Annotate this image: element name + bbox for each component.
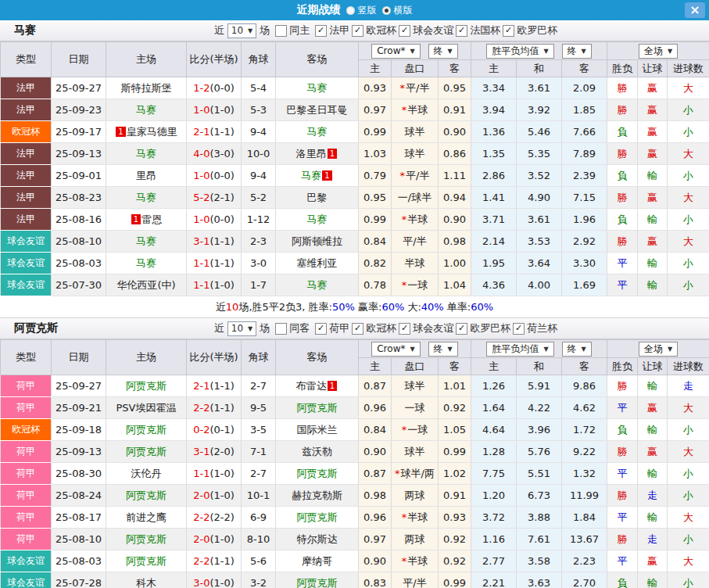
chevron-down-icon: ▼ xyxy=(582,346,586,353)
home-odds-cell: 0.95 xyxy=(359,187,392,209)
league-filter[interactable]: ✓欧罗巴杯 xyxy=(503,23,557,38)
league-checkbox[interactable]: ✓ xyxy=(456,25,467,37)
away-odds-cell: 0.91 xyxy=(439,99,471,121)
home-team-cell: 阿贾克斯 xyxy=(106,529,187,550)
col-handicap-result: 让球 xyxy=(638,358,668,375)
league-filter[interactable]: ✓欧冠杯 xyxy=(352,321,396,335)
league-cell: 荷甲 xyxy=(1,485,52,507)
odds-final-select[interactable]: 终▼ xyxy=(428,342,458,357)
league-checkbox[interactable]: ✓ xyxy=(456,323,467,335)
home-team-cell: 马赛 xyxy=(106,187,187,209)
league-checkbox[interactable]: ✓ xyxy=(399,323,410,335)
red-card-badge: 1 xyxy=(116,127,125,137)
league-filter[interactable]: ✓欧冠杯 xyxy=(352,23,396,38)
league-cell: 球会友谊 xyxy=(1,274,52,296)
avg-home-cell: 1.26 xyxy=(471,375,517,397)
score-cell: 5-2(2-1) xyxy=(187,187,242,209)
games-count-select[interactable]: 10▼ xyxy=(227,321,256,336)
same-venue-filter[interactable]: 同客 xyxy=(275,321,310,335)
team-label: 阿贾克斯 xyxy=(126,424,167,436)
crow-odds-select[interactable]: Crow*▼ xyxy=(371,44,420,59)
result-cell: 平 xyxy=(607,507,638,529)
fullmatch-select[interactable]: 全场▼ xyxy=(639,44,678,59)
score-cell: 1-0(0-0) xyxy=(187,165,242,187)
match-table-body: 法甲25-09-27斯特拉斯堡1-2(0-0)5-4马赛0.93*平/半0.95… xyxy=(1,77,709,296)
league-checkbox[interactable]: ✓ xyxy=(503,25,514,37)
handicap-result-cell: 走 xyxy=(638,529,668,550)
radio-icon-horizontal[interactable] xyxy=(382,6,391,15)
summary-segment: 10 xyxy=(226,301,239,313)
avg-final-select[interactable]: 终▼ xyxy=(562,44,592,59)
score-cell: 2-2(2-2) xyxy=(187,507,242,529)
league-checkbox[interactable]: ✓ xyxy=(352,25,363,37)
match-row: 荷甲25-08-17前进之鹰2-2(2-2)6-9阿贾克斯0.96*半球0.93… xyxy=(1,507,709,529)
team-label: 沃伦丹 xyxy=(131,468,162,479)
handicap-result-cell: 赢 xyxy=(638,143,668,165)
col-result: 胜负 xyxy=(607,358,638,375)
team-label: 前进之鹰 xyxy=(126,511,167,523)
avg-select[interactable]: 胜平负均值▼ xyxy=(486,44,553,59)
home-odds-cell: 0.90 xyxy=(359,441,392,463)
league-cell: 球会友谊 xyxy=(1,253,52,274)
date-cell: 25-08-30 xyxy=(52,463,106,485)
radio-icon-vertical[interactable] xyxy=(346,6,355,15)
league-filter[interactable]: ✓球会友谊 xyxy=(399,23,453,38)
date-cell: 25-07-28 xyxy=(52,572,106,588)
close-button[interactable]: × xyxy=(685,2,705,18)
handicap-result-cell: 輸 xyxy=(638,463,668,485)
corner-cell: 1-12 xyxy=(242,209,276,231)
match-row: 球会友谊25-07-28科木3-0(1-0)3-2阿贾克斯0.83平/半0.99… xyxy=(1,572,709,588)
result-cell: 負 xyxy=(607,209,638,231)
league-filter[interactable]: ✓球会友谊 xyxy=(399,321,453,335)
handicap-cell: *半球 xyxy=(392,209,439,231)
league-label: 法国杯 xyxy=(470,23,500,38)
league-filter[interactable]: ✓法国杯 xyxy=(456,23,500,38)
crow-odds-select[interactable]: Crow*▼ xyxy=(371,342,420,357)
same-venue-checkbox[interactable] xyxy=(275,25,287,37)
home-odds-cell: 0.87 xyxy=(359,375,392,397)
league-checkbox[interactable]: ✓ xyxy=(513,323,525,335)
chevron-down-icon: ▼ xyxy=(248,325,252,332)
league-checkbox[interactable]: ✓ xyxy=(315,323,327,335)
league-filter[interactable]: ✓法甲 xyxy=(315,23,349,38)
avg-final-select[interactable]: 终▼ xyxy=(562,342,592,357)
away-odds-cell: 0.99 xyxy=(439,441,471,463)
league-filter[interactable]: ✓荷甲 xyxy=(315,321,349,335)
page-title: 近期战绩 xyxy=(297,3,341,17)
avg-away-cell: 1.96 xyxy=(562,209,607,231)
score-cell: 3-1(1-1) xyxy=(187,231,242,253)
away-odds-cell: 0.92 xyxy=(439,529,471,550)
handicap-cell: 一/球半 xyxy=(392,187,439,209)
date-cell: 25-08-03 xyxy=(52,550,106,572)
score-cell: 3-1(2-0) xyxy=(187,441,242,463)
away-odds-cell: 0.94 xyxy=(439,187,471,209)
team-label: 科木 xyxy=(136,577,156,588)
layout-radio-horizontal[interactable]: 横版 xyxy=(382,4,413,17)
layout-radio-vertical[interactable]: 竖版 xyxy=(346,4,377,17)
same-venue-filter[interactable]: 同主 xyxy=(275,23,310,38)
odds-final-select[interactable]: 终▼ xyxy=(428,44,458,59)
league-checkbox[interactable]: ✓ xyxy=(315,25,327,37)
fullmatch-select[interactable]: 全场▼ xyxy=(639,342,678,357)
away-odds-cell: 0.98 xyxy=(439,231,471,253)
home-odds-cell: 0.99 xyxy=(359,121,392,143)
col-goals-result: 进球数 xyxy=(668,358,709,375)
handicap-result-cell: 赢 xyxy=(638,550,668,572)
result-cell: 負 xyxy=(607,165,638,187)
same-venue-checkbox[interactable] xyxy=(275,323,287,335)
handicap-cell: *球半/两 xyxy=(392,463,439,485)
league-cell: 法甲 xyxy=(1,99,52,121)
league-checkbox[interactable]: ✓ xyxy=(399,25,410,37)
summary-segment: 赢率: xyxy=(355,300,382,314)
goals-result-cell: 小 xyxy=(668,485,709,507)
home-odds-cell: 0.97 xyxy=(359,529,392,550)
league-filter[interactable]: ✓欧罗巴杯 xyxy=(456,321,510,335)
league-filter[interactable]: ✓荷兰杯 xyxy=(513,321,557,335)
games-count-select[interactable]: 10▼ xyxy=(227,23,256,38)
league-checkbox[interactable]: ✓ xyxy=(352,323,363,335)
avg-select[interactable]: 胜平负均值▼ xyxy=(486,342,553,357)
avg-home-cell: 3.94 xyxy=(471,99,517,121)
star-icon: * xyxy=(400,170,406,181)
date-cell: 25-09-27 xyxy=(52,375,106,397)
avg-home-cell: 1.36 xyxy=(471,121,517,143)
